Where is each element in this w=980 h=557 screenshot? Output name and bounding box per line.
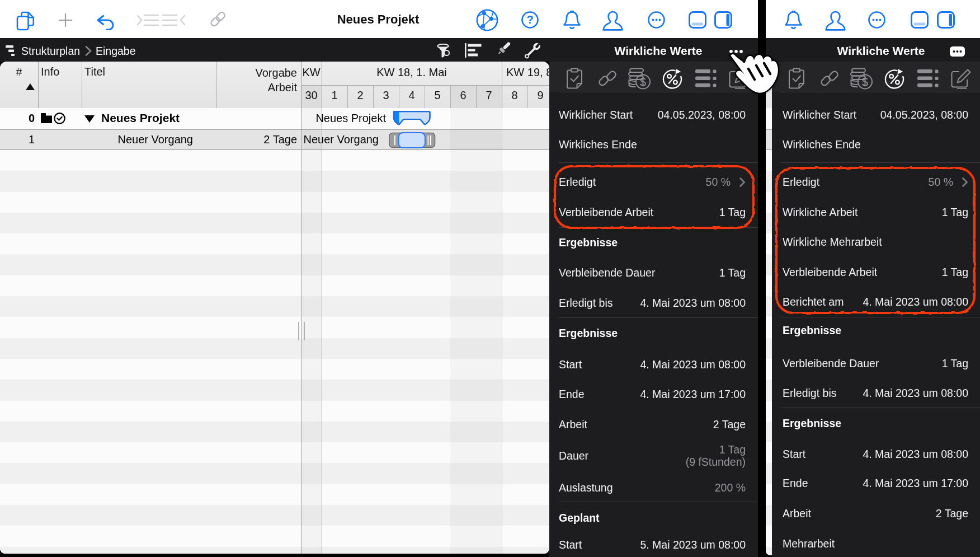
svg-text:?: ?: [526, 13, 533, 26]
